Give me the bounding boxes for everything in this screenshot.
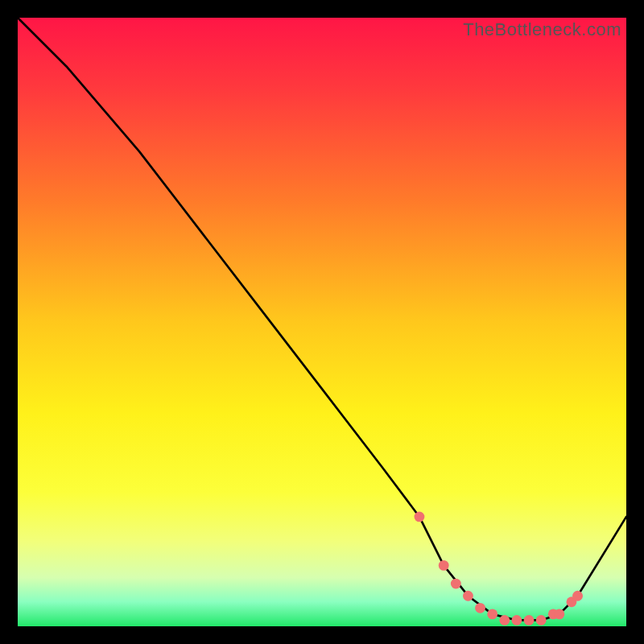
marker-point [439,560,449,571]
marker-point [536,615,547,625]
chart-svg [18,18,626,626]
bottleneck-curve [18,18,626,620]
marker-point [415,511,425,522]
marker-group [415,511,583,625]
marker-point [499,615,510,625]
marker-point [463,591,473,601]
marker-point [511,615,522,625]
marker-point [487,609,497,619]
marker-point [524,615,535,625]
marker-point [572,591,583,601]
plot-area: TheBottleneck.com [18,18,626,626]
marker-point [451,579,461,589]
watermark-text: TheBottleneck.com [463,19,621,40]
marker-point [554,609,564,619]
chart-stage: TheBottleneck.com [0,0,644,644]
marker-point [475,603,485,613]
